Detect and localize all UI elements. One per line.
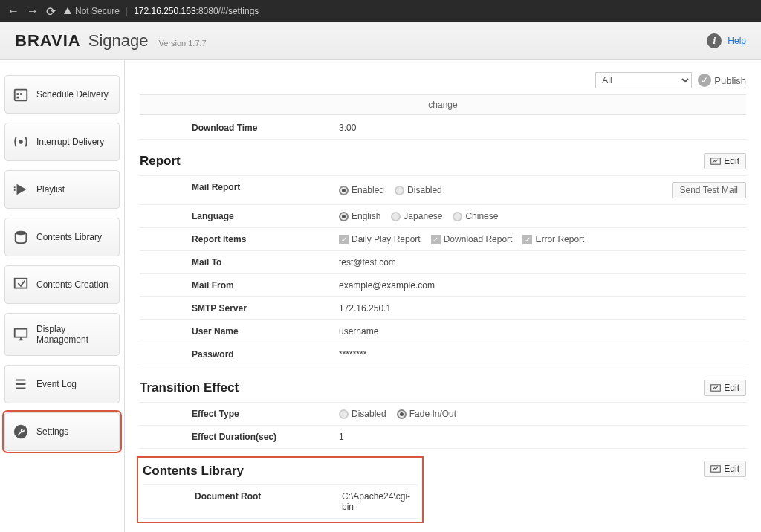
- effect-duration-label: Effect Duration(sec): [140, 432, 339, 442]
- sidebar-item-settings[interactable]: Settings: [4, 412, 120, 451]
- svg-rect-1: [17, 93, 19, 95]
- username-value: username: [339, 326, 746, 337]
- password-label: Password: [140, 349, 339, 360]
- database-icon: [13, 229, 29, 245]
- svg-rect-5: [14, 186, 16, 188]
- check-icon: ✓: [698, 74, 711, 87]
- effect-type-label: Effect Type: [140, 409, 339, 419]
- mail-report-label: Mail Report: [140, 182, 339, 198]
- edit-icon: [710, 158, 721, 165]
- language-english-radio[interactable]: English: [339, 211, 380, 221]
- transition-edit-button[interactable]: Edit: [704, 380, 746, 396]
- display-icon: [13, 326, 29, 343]
- language-chinese-radio[interactable]: Chinese: [453, 211, 498, 221]
- edit-icon: [710, 384, 721, 392]
- send-test-mail-button[interactable]: Send Test Mail: [672, 182, 747, 198]
- back-icon[interactable]: ←: [7, 4, 19, 18]
- list-icon: [13, 376, 29, 392]
- sidebar-item-label: Event Log: [36, 379, 77, 389]
- sidebar: Schedule Delivery Interrupt Delivery Pla…: [0, 60, 125, 532]
- sidebar-item-label: Settings: [36, 426, 68, 437]
- partial-change-row: change: [140, 94, 746, 115]
- svg-point-7: [16, 231, 27, 236]
- document-root-value: C:\Apache24\cgi-bin: [342, 491, 418, 512]
- effect-disabled-radio[interactable]: Disabled: [339, 409, 386, 419]
- info-icon[interactable]: i: [707, 33, 722, 48]
- report-title: Report: [140, 154, 704, 169]
- effect-fade-radio[interactable]: Fade In/Out: [397, 409, 456, 419]
- contents-library-title: Contents Library: [143, 464, 418, 484]
- wrench-icon: [13, 424, 29, 440]
- mail-to-value: test@test.com: [339, 257, 746, 267]
- svg-rect-6: [14, 189, 16, 191]
- mail-report-disabled-radio[interactable]: Disabled: [395, 185, 442, 195]
- main-content: All ✓ Publish change Download Time 3:00 …: [125, 60, 761, 532]
- sidebar-item-event-log[interactable]: Event Log: [4, 365, 120, 403]
- sidebar-item-label: Interrupt Delivery: [36, 137, 104, 147]
- download-time-label: Download Time: [140, 123, 339, 133]
- not-secure-text: Not Secure: [75, 6, 120, 16]
- warning-icon: [63, 7, 72, 16]
- password-value: ********: [339, 349, 746, 360]
- mail-report-enabled-radio[interactable]: Enabled: [339, 185, 384, 195]
- sidebar-item-contents-creation[interactable]: Contents Creation: [4, 265, 120, 304]
- mail-to-label: Mail To: [140, 257, 339, 267]
- logo-bold: BRAVIA: [15, 31, 81, 51]
- sidebar-item-label: Contents Library: [36, 232, 102, 242]
- download-report-checkbox[interactable]: ✓Download Report: [431, 234, 513, 244]
- help-link[interactable]: Help: [728, 36, 746, 46]
- publish-button[interactable]: ✓ Publish: [698, 74, 746, 87]
- app-header: BRAVIA Signage Version 1.7.7 i Help: [0, 22, 761, 60]
- sidebar-item-label: Playlist: [36, 184, 65, 195]
- sidebar-item-label: Schedule Delivery: [36, 89, 109, 100]
- antenna-icon: [13, 134, 29, 150]
- svg-point-4: [19, 140, 22, 143]
- contents-library-edit-button[interactable]: Edit: [704, 461, 746, 477]
- svg-rect-0: [15, 90, 27, 101]
- svg-rect-3: [17, 97, 19, 99]
- create-icon: [13, 276, 29, 293]
- sidebar-item-label: Contents Creation: [36, 279, 109, 290]
- svg-rect-2: [20, 93, 22, 95]
- sidebar-item-label: Display Management: [36, 324, 111, 345]
- logo-area: BRAVIA Signage Version 1.7.7: [15, 31, 207, 51]
- sidebar-item-schedule-delivery[interactable]: Schedule Delivery: [4, 75, 120, 114]
- filter-select[interactable]: All: [595, 72, 692, 88]
- error-report-checkbox[interactable]: ✓Error Report: [522, 234, 584, 244]
- sidebar-item-display-management[interactable]: Display Management: [4, 313, 120, 356]
- svg-rect-9: [15, 329, 27, 337]
- effect-duration-value: 1: [339, 432, 746, 442]
- document-root-label: Document Root: [143, 491, 342, 512]
- version-text: Version 1.7.7: [158, 39, 206, 48]
- mail-from-label: Mail From: [140, 280, 339, 291]
- sidebar-item-contents-library[interactable]: Contents Library: [4, 218, 120, 256]
- browser-bar: ← → ⟳ Not Secure | 172.16.250.163:8080/#…: [0, 0, 761, 22]
- transition-title: Transition Effect: [140, 380, 704, 395]
- smtp-label: SMTP Server: [140, 303, 339, 314]
- download-time-value: 3:00: [339, 123, 746, 133]
- daily-play-report-checkbox[interactable]: ✓Daily Play Report: [339, 234, 421, 244]
- sidebar-item-interrupt-delivery[interactable]: Interrupt Delivery: [4, 123, 120, 161]
- reload-icon[interactable]: ⟳: [46, 4, 56, 19]
- forward-icon[interactable]: →: [27, 4, 39, 18]
- not-secure-badge: Not Secure: [63, 6, 120, 16]
- url-text[interactable]: 172.16.250.163:8080/#/settings: [134, 6, 259, 16]
- language-japanese-radio[interactable]: Japanese: [391, 211, 442, 221]
- smtp-value: 172.16.250.1: [339, 303, 746, 314]
- contents-library-highlight: Contents Library Document Root C:\Apache…: [140, 459, 421, 520]
- logo-light: Signage: [88, 31, 149, 51]
- report-items-label: Report Items: [140, 234, 339, 244]
- sidebar-item-playlist[interactable]: Playlist: [4, 170, 120, 209]
- publish-label: Publish: [714, 75, 746, 86]
- language-label: Language: [140, 211, 339, 221]
- calendar-icon: [13, 86, 29, 103]
- edit-icon: [710, 465, 721, 473]
- mail-from-value: example@example.com: [339, 280, 746, 291]
- report-edit-button[interactable]: Edit: [704, 153, 746, 169]
- play-icon: [13, 181, 29, 198]
- change-text: change: [428, 100, 457, 110]
- username-label: User Name: [140, 326, 339, 337]
